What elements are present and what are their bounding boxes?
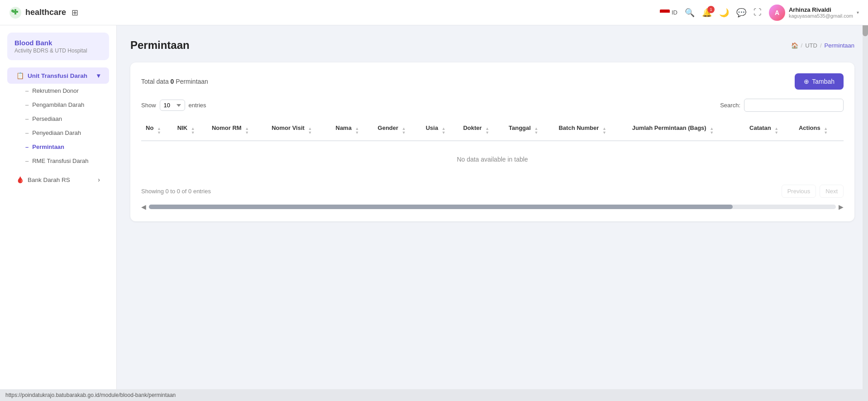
breadcrumb-utd[interactable]: UTD xyxy=(805,42,817,49)
sidebar: Blood Bank Activity BDRS & UTD Hospital … xyxy=(0,25,117,401)
table-empty-row: No data available in table xyxy=(141,141,844,177)
col-nik[interactable]: NIK ▲▼ xyxy=(173,119,207,141)
sidebar-item-unit-transfusi-darah[interactable]: 📋 Unit Transfusi Darah ▾ xyxy=(7,67,109,84)
chevron-right-icon: › xyxy=(98,176,100,183)
previous-button[interactable]: Previous xyxy=(782,185,816,198)
sidebar-subitem-label: Rekrutmen Donor xyxy=(32,87,79,94)
grid-icon[interactable]: ⊞ xyxy=(72,8,78,18)
language-label: ID xyxy=(672,9,677,16)
sidebar-item-rme-transfusi-darah[interactable]: – RME Transfusi Darah xyxy=(7,154,109,168)
main-content: Permintaan 🏠 / UTD / Permintaan Total da… xyxy=(117,25,868,401)
col-gender[interactable]: Gender ▲▼ xyxy=(373,119,421,141)
module-subtitle: Activity BDRS & UTD Hospital xyxy=(14,48,102,54)
col-dokter[interactable]: Dokter ▲▼ xyxy=(458,119,504,141)
search-box: Search: xyxy=(720,99,844,112)
search-icon[interactable]: 🔍 xyxy=(685,8,695,18)
menu-item-left: 📋 Unit Transfusi Darah xyxy=(16,72,87,79)
sidebar-item-label: Unit Transfusi Darah xyxy=(28,72,87,79)
data-table: No ▲▼ NIK ▲▼ Nomor RM ▲▼ Nomor Visit ▲▼ xyxy=(141,119,844,177)
sidebar-subitem-label: RME Transfusi Darah xyxy=(32,158,88,164)
message-icon[interactable]: 💬 xyxy=(736,8,746,18)
breadcrumb: 🏠 / UTD / Permintaan xyxy=(791,42,854,49)
col-actions[interactable]: Actions ▲▼ xyxy=(794,119,844,141)
scroll-left-icon[interactable]: ◀ xyxy=(141,203,146,210)
navbar-right: ID 🔍 🔔 1 🌙 💬 ⛶ A Arhinza Rivaldi kaguyas… xyxy=(660,5,859,21)
module-title: Blood Bank xyxy=(14,39,102,47)
right-scrollbar[interactable] xyxy=(863,0,868,401)
sidebar-subitem-label: Persediaan xyxy=(32,115,62,122)
table-body: No data available in table xyxy=(141,141,844,177)
navbar-left: healthcare ⊞ xyxy=(9,6,78,19)
search-label: Search: xyxy=(720,102,740,109)
notification-icon[interactable]: 🔔 1 xyxy=(702,8,712,18)
page-header: Permintaan 🏠 / UTD / Permintaan xyxy=(130,39,854,52)
show-label: Show xyxy=(141,102,156,109)
sidebar-module-card: Blood Bank Activity BDRS & UTD Hospital xyxy=(7,33,109,60)
show-entries: Show 10 25 50 100 entries xyxy=(141,100,206,111)
col-batch-number[interactable]: Batch Number ▲▼ xyxy=(554,119,627,141)
breadcrumb-current: Permintaan xyxy=(825,42,854,49)
col-no[interactable]: No ▲▼ xyxy=(141,119,173,141)
scroll-right-icon[interactable]: ▶ xyxy=(839,203,844,210)
card-header: Total data 0 Permintaan ⊕ Tambah xyxy=(141,73,844,90)
total-label: Total data xyxy=(141,78,169,85)
add-button-label: Tambah xyxy=(812,78,835,85)
notification-badge: 1 xyxy=(707,6,715,13)
showing-entries-text: Showing 0 to 0 of 0 entries xyxy=(141,188,211,195)
app-logo-text: healthcare xyxy=(25,8,66,17)
flag-icon xyxy=(660,10,670,16)
next-button[interactable]: Next xyxy=(820,185,844,198)
sidebar-item-permintaan[interactable]: – Permintaan xyxy=(7,140,109,154)
col-tanggal[interactable]: Tanggal ▲▼ xyxy=(504,119,554,141)
sidebar-subitem-label: Pengambilan Darah xyxy=(32,101,84,108)
logo-icon xyxy=(9,6,22,19)
navbar: healthcare ⊞ ID 🔍 🔔 1 🌙 💬 ⛶ A Arhinza Ri… xyxy=(0,0,868,25)
col-jumlah-permintaan[interactable]: Jumlah Permintaan (Bags) ▲▼ xyxy=(628,119,745,141)
user-email: kaguyasama535@gmail.com xyxy=(789,13,853,19)
no-data-message: No data available in table xyxy=(141,141,844,177)
fullscreen-icon[interactable]: ⛶ xyxy=(754,8,762,17)
scroll-track[interactable] xyxy=(149,205,836,209)
darkmode-icon[interactable]: 🌙 xyxy=(719,8,729,18)
sidebar-item-label: Bank Darah RS xyxy=(28,177,70,183)
entries-select[interactable]: 10 25 50 100 xyxy=(160,100,185,111)
logo[interactable]: healthcare xyxy=(9,6,66,19)
sidebar-subitem-label: Penyediaan Darah xyxy=(32,129,81,136)
total-suffix: Permintaan xyxy=(176,78,208,85)
breadcrumb-home-icon[interactable]: 🏠 xyxy=(791,42,798,49)
col-nomor-rm[interactable]: Nomor RM ▲▼ xyxy=(207,119,267,141)
blood-bank-icon: 🩸 xyxy=(16,176,24,183)
col-catatan[interactable]: Catatan ▲▼ xyxy=(745,119,794,141)
table-footer: Showing 0 to 0 of 0 entries Previous Nex… xyxy=(141,185,844,198)
col-usia[interactable]: Usia ▲▼ xyxy=(421,119,459,141)
search-input[interactable] xyxy=(744,99,844,112)
document-icon: 📋 xyxy=(16,72,24,79)
user-menu[interactable]: A Arhinza Rivaldi kaguyasama535@gmail.co… xyxy=(769,5,859,21)
table-controls: Show 10 25 50 100 entries Search: xyxy=(141,99,844,112)
sidebar-item-rekrutmen-donor[interactable]: – Rekrutmen Donor xyxy=(7,84,109,98)
user-name: Arhinza Rivaldi xyxy=(789,6,853,13)
total-data-info: Total data 0 Permintaan xyxy=(141,78,208,85)
page-title: Permintaan xyxy=(130,39,190,52)
sidebar-item-persediaan[interactable]: – Persediaan xyxy=(7,112,109,126)
total-count: 0 xyxy=(171,78,174,85)
table-head: No ▲▼ NIK ▲▼ Nomor RM ▲▼ Nomor Visit ▲▼ xyxy=(141,119,844,141)
add-button[interactable]: ⊕ Tambah xyxy=(795,73,844,90)
pagination: Previous Next xyxy=(782,185,844,198)
breadcrumb-separator: / xyxy=(801,42,803,49)
breadcrumb-separator-2: / xyxy=(820,42,822,49)
col-nomor-visit[interactable]: Nomor Visit ▲▼ xyxy=(267,119,331,141)
sidebar-item-penyediaan-darah[interactable]: – Penyediaan Darah xyxy=(7,126,109,140)
col-nama[interactable]: Nama ▲▼ xyxy=(331,119,373,141)
entries-label: entries xyxy=(189,102,206,109)
sidebar-item-bank-darah-rs[interactable]: 🩸 Bank Darah RS › xyxy=(7,172,109,188)
avatar: A xyxy=(769,5,785,21)
table-wrapper: No ▲▼ NIK ▲▼ Nomor RM ▲▼ Nomor Visit ▲▼ xyxy=(141,119,844,177)
chevron-down-icon: ▾ xyxy=(97,72,100,79)
scroll-bar-container: ◀ ▶ xyxy=(141,203,844,210)
user-chevron-down-icon: ▾ xyxy=(857,10,859,15)
language-btn[interactable]: ID xyxy=(660,9,677,16)
status-bar: https://poindatukrajo.batubarakab.go.id/… xyxy=(0,389,868,401)
sidebar-module-section: Blood Bank Activity BDRS & UTD Hospital … xyxy=(0,33,116,195)
sidebar-item-pengambilan-darah[interactable]: – Pengambilan Darah xyxy=(7,98,109,112)
